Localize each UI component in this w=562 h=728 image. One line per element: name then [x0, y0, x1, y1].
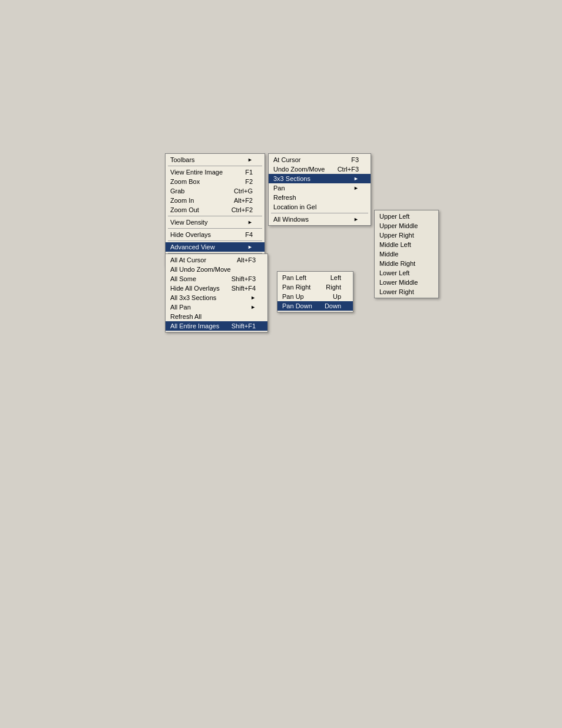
menu-item-all-pan-label: All Pan	[170, 304, 191, 311]
shortcut-shift-f4: Shift+F4	[232, 285, 256, 292]
menu-item-middle-left[interactable]: Middle Left	[375, 240, 438, 249]
shortcut-shift-f3: Shift+F3	[232, 275, 256, 282]
menu-item-zoom-in-label: Zoom In	[170, 197, 194, 204]
menu-item-middle-right-label: Middle Right	[379, 260, 415, 267]
menu-item-all-undo-zoom-move-label: All Undo Zoom/Move	[170, 266, 231, 273]
menu-item-upper-left-label: Upper Left	[379, 213, 409, 220]
shortcut-ctrl-f3: Ctrl+F3	[338, 166, 359, 173]
separator-3	[168, 228, 262, 229]
menu-item-view-density[interactable]: View Density ►	[166, 218, 265, 227]
menu-item-all-windows[interactable]: All Windows ►	[269, 215, 371, 224]
menu-item-view-entire-image[interactable]: View Entire Image F1	[166, 167, 265, 177]
menu-item-all-pan[interactable]: All Pan ►	[166, 302, 267, 312]
separator-4	[168, 241, 262, 241]
menu-item-upper-middle[interactable]: Upper Middle	[375, 221, 438, 230]
separator-adv-1	[271, 213, 368, 213]
menu-item-lower-left[interactable]: Lower Left	[375, 268, 438, 278]
menu-item-advanced-view-label: Advanced View	[170, 243, 215, 251]
3x3-sections-submenu[interactable]: Upper Left Upper Middle Upper Right Midd…	[374, 210, 439, 298]
menu-item-middle-label: Middle	[379, 251, 398, 258]
menu-item-all-3x3-sections-label: All 3x3 Sections	[170, 294, 216, 301]
menu-item-pan-left[interactable]: Pan Left Left	[277, 273, 353, 282]
menu-item-lower-right-label: Lower Right	[379, 288, 414, 295]
menu-item-view-density-label: View Density	[170, 219, 207, 226]
menu-item-refresh[interactable]: Refresh	[269, 193, 371, 202]
shortcut-ctrl-f2: Ctrl+F2	[232, 206, 253, 213]
menu-item-all-at-cursor-label: All At Cursor	[170, 256, 206, 263]
arrow-icon-all-windows: ►	[353, 216, 359, 222]
shortcut-f3: F3	[351, 156, 359, 163]
arrow-icon-all-3x3: ►	[250, 295, 256, 301]
menu-item-lower-right[interactable]: Lower Right	[375, 287, 438, 297]
menu-item-zoom-box[interactable]: Zoom Box F2	[166, 177, 265, 186]
shortcut-f2: F2	[245, 178, 253, 185]
menu-item-pan-label: Pan	[273, 185, 285, 192]
arrow-icon-pan: ►	[353, 185, 359, 191]
shortcut-left: Left	[330, 274, 341, 281]
menu-item-toolbars[interactable]: Toolbars ►	[166, 155, 265, 164]
main-menu[interactable]: Toolbars ► View Entire Image F1 Zoom Box…	[165, 153, 265, 266]
menu-item-pan-down[interactable]: Pan Down Down	[277, 301, 353, 311]
shortcut-f1: F1	[245, 169, 253, 176]
shortcut-f4: F4	[245, 231, 253, 238]
menu-item-at-cursor[interactable]: At Cursor F3	[269, 155, 371, 164]
shortcut-down: Down	[325, 302, 341, 309]
menu-item-undo-zoom-move[interactable]: Undo Zoom/Move Ctrl+F3	[269, 164, 371, 174]
menu-item-pan-down-label: Pan Down	[282, 302, 312, 309]
separator-2	[168, 216, 262, 216]
menu-item-all-windows-label: All Windows	[273, 216, 309, 223]
menu-item-pan-left-label: Pan Left	[282, 274, 306, 281]
menu-item-at-cursor-label: At Cursor	[273, 156, 300, 163]
menu-item-hide-overlays[interactable]: Hide Overlays F4	[166, 230, 265, 239]
menu-item-hide-overlays-label: Hide Overlays	[170, 231, 211, 238]
menu-item-hide-all-overlays-label: Hide All Overlays	[170, 285, 220, 292]
menu-item-lower-middle[interactable]: Lower Middle	[375, 278, 438, 287]
menu-item-middle-left-label: Middle Left	[379, 241, 411, 248]
arrow-icon-density: ►	[247, 219, 253, 225]
menu-item-upper-right[interactable]: Upper Right	[375, 230, 438, 240]
menu-item-zoom-out-label: Zoom Out	[170, 206, 199, 213]
shortcut-shift-f1: Shift+F1	[232, 322, 256, 330]
menu-item-middle[interactable]: Middle	[375, 249, 438, 259]
all-windows-submenu[interactable]: All At Cursor Alt+F3 All Undo Zoom/Move …	[165, 253, 268, 332]
menu-item-zoom-out[interactable]: Zoom Out Ctrl+F2	[166, 205, 265, 215]
menu-item-3x3-sections[interactable]: 3x3 Sections ►	[269, 174, 371, 183]
menu-item-undo-zoom-move-label: Undo Zoom/Move	[273, 166, 325, 173]
menu-item-refresh-all[interactable]: Refresh All	[166, 312, 267, 321]
menu-item-grab[interactable]: Grab Ctrl+G	[166, 186, 265, 196]
shortcut-ctrl-g: Ctrl+G	[234, 187, 253, 195]
menu-item-all-entire-images-label: All Entire Images	[170, 322, 219, 330]
menu-item-pan[interactable]: Pan ►	[269, 183, 371, 193]
arrow-icon: ►	[247, 157, 253, 163]
menu-item-lower-left-label: Lower Left	[379, 269, 409, 276]
arrow-icon-all-pan: ►	[250, 304, 256, 310]
menu-item-lower-middle-label: Lower Middle	[379, 279, 418, 286]
menu-item-zoom-box-label: Zoom Box	[170, 178, 200, 185]
menu-item-all-entire-images[interactable]: All Entire Images Shift+F1	[166, 321, 267, 331]
menu-item-all-at-cursor[interactable]: All At Cursor Alt+F3	[166, 255, 267, 265]
menu-item-all-undo-zoom-move[interactable]: All Undo Zoom/Move	[166, 265, 267, 274]
shortcut-alt-f3: Alt+F3	[237, 256, 256, 263]
menu-item-all-some-label: All Some	[170, 275, 196, 282]
menu-item-pan-up[interactable]: Pan Up Up	[277, 292, 353, 301]
menu-item-location-in-gel[interactable]: Location in Gel	[269, 202, 371, 212]
menu-item-upper-middle-label: Upper Middle	[379, 222, 418, 229]
menu-item-advanced-view[interactable]: Advanced View ►	[166, 242, 265, 252]
menu-item-grab-label: Grab	[170, 187, 184, 195]
shortcut-up: Up	[333, 293, 341, 300]
main-menu-panel: Toolbars ► View Entire Image F1 Zoom Box…	[165, 153, 265, 266]
advanced-view-submenu[interactable]: At Cursor F3 Undo Zoom/Move Ctrl+F3 3x3 …	[268, 153, 371, 226]
menu-item-pan-right[interactable]: Pan Right Right	[277, 282, 353, 292]
menu-item-all-some[interactable]: All Some Shift+F3	[166, 274, 267, 284]
menu-item-view-entire-image-label: View Entire Image	[170, 169, 223, 176]
menu-item-refresh-label: Refresh	[273, 194, 296, 201]
menu-item-upper-left[interactable]: Upper Left	[375, 212, 438, 221]
pan-submenu[interactable]: Pan Left Left Pan Right Right Pan Up Up …	[277, 271, 353, 312]
menu-item-hide-all-overlays[interactable]: Hide All Overlays Shift+F4	[166, 284, 267, 293]
menu-item-all-3x3-sections[interactable]: All 3x3 Sections ►	[166, 293, 267, 302]
menu-item-3x3-sections-label: 3x3 Sections	[273, 175, 310, 182]
menu-item-middle-right[interactable]: Middle Right	[375, 259, 438, 268]
arrow-icon-advanced: ►	[247, 244, 253, 250]
menu-item-zoom-in[interactable]: Zoom In Alt+F2	[166, 196, 265, 205]
menu-item-pan-right-label: Pan Right	[282, 284, 310, 291]
